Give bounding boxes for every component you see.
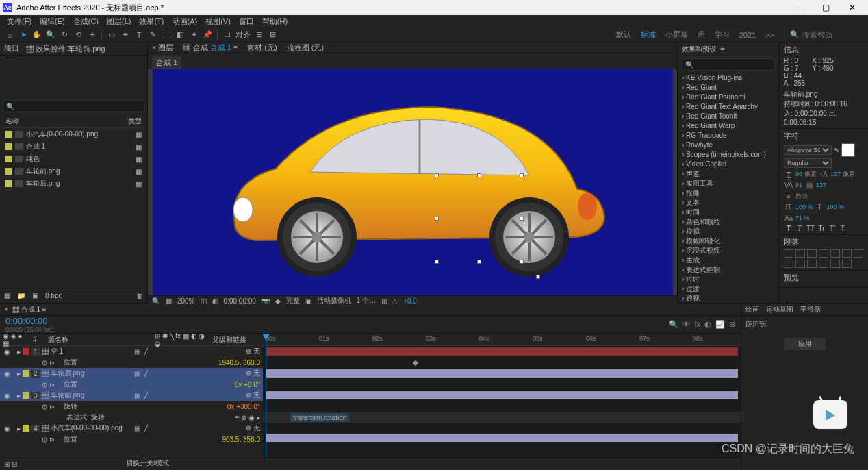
stamp-tool-icon[interactable]: ⛶ [161, 29, 172, 40]
footage-icon[interactable]: ▦ [4, 292, 10, 299]
font-select[interactable]: Alegreya SC Black [784, 145, 832, 155]
align-left-icon[interactable] [784, 249, 793, 258]
menu-effect[interactable]: 效果(T) [136, 16, 166, 27]
tab-smoother[interactable]: 平滑器 [800, 305, 821, 314]
text-tool-icon[interactable]: T [133, 29, 144, 40]
rotate-handle-icon[interactable] [536, 275, 540, 279]
comp-icon[interactable]: ▣ [32, 292, 38, 299]
graph-icon[interactable]: 📈 [715, 320, 725, 329]
effect-item[interactable]: › 杂色和颗粒 [682, 217, 775, 227]
apply-button[interactable]: 应用 [784, 338, 826, 350]
indent-icon[interactable] [819, 260, 828, 268]
rect-tool-icon[interactable]: ▭ [106, 29, 117, 40]
effect-item[interactable]: › 表达式控制 [682, 265, 775, 275]
tab-effect-controls[interactable]: ▦ 效果控件 车轮前.png [26, 44, 105, 54]
effect-item[interactable]: › Red Giant [682, 83, 775, 92]
menu-help[interactable]: 帮助(H) [259, 16, 290, 27]
search-icon[interactable]: 🔍 [669, 320, 678, 329]
folder-icon[interactable]: 📁 [17, 292, 25, 299]
brush-tool-icon[interactable]: ✎ [147, 29, 158, 40]
timeline-row[interactable]: ⊙ ⊳位置903.5, 358.0 [0, 434, 263, 445]
tab-layer[interactable]: × 图层 [152, 42, 173, 53]
col-source[interactable]: 源名称 [48, 335, 152, 345]
ws-lib[interactable]: 库 [698, 29, 705, 40]
fx-icon[interactable]: fx [694, 320, 700, 329]
super-button[interactable]: T' [828, 225, 837, 232]
effect-item[interactable]: › Video Copilot [682, 160, 775, 169]
anchor-tool-icon[interactable]: ✛ [86, 29, 97, 40]
project-item[interactable]: 纯色▦ [3, 153, 144, 165]
align-justify-icon[interactable] [819, 249, 828, 258]
effects-search[interactable]: 🔍 [682, 58, 775, 71]
handle-icon[interactable] [435, 260, 439, 264]
ws-learn[interactable]: 学习 [715, 29, 730, 40]
menu-window[interactable]: 窗口 [236, 16, 257, 27]
snap-opt2-icon[interactable]: ⊟ [267, 29, 278, 40]
project-item[interactable]: 车轮后.png▦ [3, 177, 144, 190]
ws-year[interactable]: 2021 [739, 31, 756, 39]
close-button[interactable]: ✕ [839, 1, 865, 14]
sub-button[interactable]: T, [839, 225, 848, 232]
layer-bar[interactable] [266, 347, 738, 356]
ws-more[interactable]: >> [765, 31, 774, 39]
current-time[interactable]: 0:00:00:00 [0, 316, 54, 326]
ws-default[interactable]: 默认 [616, 29, 631, 40]
indent-icon[interactable] [842, 260, 852, 268]
timeline-tracks[interactable]: 00s01s02s03s04s05s06s07s08s transform.ro… [263, 334, 741, 458]
handle-icon[interactable] [477, 260, 481, 264]
menu-anim[interactable]: 动画(A) [170, 16, 201, 27]
handle-icon[interactable] [435, 217, 439, 221]
italic-button[interactable]: T [795, 225, 804, 232]
effect-item[interactable]: › 文本 [682, 198, 775, 208]
timeline-row[interactable]: ⊙ ⊳位置1940.5, 360.0 [0, 357, 263, 368]
effect-item[interactable]: › Red Giant Toonit [682, 112, 775, 121]
align-center-icon[interactable] [795, 249, 805, 258]
align-jr-icon[interactable] [854, 249, 863, 258]
effect-item[interactable]: › Red Giant Text Anarchy [682, 102, 775, 112]
effect-item[interactable]: › 模糊和锐化 [682, 236, 775, 246]
bpc-label[interactable]: 8 bpc [45, 292, 62, 299]
toggle-switches[interactable]: 切换开关/模式 [126, 458, 169, 468]
effect-item[interactable]: › RG Trapcode [682, 131, 775, 140]
timeline-row[interactable]: 表达式: 旋转≡ ⊚ ◉ ▸ [0, 412, 263, 423]
mb-icon[interactable]: ◐ [704, 320, 711, 329]
home-icon[interactable]: ⌂ [4, 29, 15, 40]
close-icon[interactable]: × [4, 306, 8, 313]
menu-file[interactable]: 文件(F) [4, 16, 34, 27]
bold-button[interactable]: T [784, 225, 793, 232]
tab-comp[interactable]: ▦ 合成 合成 1 ≡ [183, 42, 238, 53]
pen-tool-icon[interactable]: ✒ [120, 29, 131, 40]
roto-tool-icon[interactable]: ✦ [188, 29, 199, 40]
orbit-tool-icon[interactable]: ↻ [59, 29, 70, 40]
project-search[interactable]: 🔍 [3, 100, 144, 112]
search-icon[interactable]: 🔍 [790, 30, 800, 39]
snap-icon[interactable]: ⊞ [729, 320, 735, 329]
effect-item[interactable]: › 抠像 [682, 188, 775, 198]
menu-edit[interactable]: 编辑(E) [37, 16, 68, 27]
project-item[interactable]: 车轮前.png▦ [3, 165, 144, 177]
char-head[interactable]: 字符 [784, 131, 864, 141]
effects-list[interactable]: › KE Vision Plug-ins› Red Giant› Red Gia… [682, 73, 775, 342]
menu-view[interactable]: 视图(V) [203, 16, 233, 27]
hand-tool-icon[interactable]: ✋ [31, 29, 42, 40]
align-jc-icon[interactable] [842, 249, 852, 258]
handle-icon[interactable] [520, 173, 524, 177]
timeline-row[interactable]: ⊙ ⊳旋转0x +300.0° [0, 401, 263, 412]
col-type[interactable]: 类型 [128, 116, 142, 126]
trash-icon[interactable]: 🗑 [136, 292, 143, 299]
layer-bar[interactable] [266, 434, 738, 442]
eraser-tool-icon[interactable]: ◧ [175, 29, 186, 40]
handle-icon[interactable] [520, 260, 524, 264]
effect-item[interactable]: › 生成 [682, 256, 775, 265]
project-item[interactable]: 合成 1▦ [3, 140, 144, 153]
col-parent[interactable]: 父级和链接 [212, 335, 260, 345]
indent-icon[interactable] [784, 260, 793, 268]
timeline-row[interactable]: ◉▸2▦ 车轮后.png⊞╱⊚ 无 [0, 368, 263, 379]
composition-viewer[interactable] [153, 69, 673, 295]
effect-item[interactable]: › 模拟 [682, 227, 775, 236]
project-item[interactable]: 小汽车(0-00-00-00).png▦ [3, 128, 144, 140]
align-right-icon[interactable] [807, 249, 817, 258]
handle-icon[interactable] [520, 217, 524, 221]
shy-icon[interactable]: 👁 [682, 320, 690, 329]
timeline-row[interactable]: ⊙ ⊳位置0x +0.0° [0, 379, 263, 390]
